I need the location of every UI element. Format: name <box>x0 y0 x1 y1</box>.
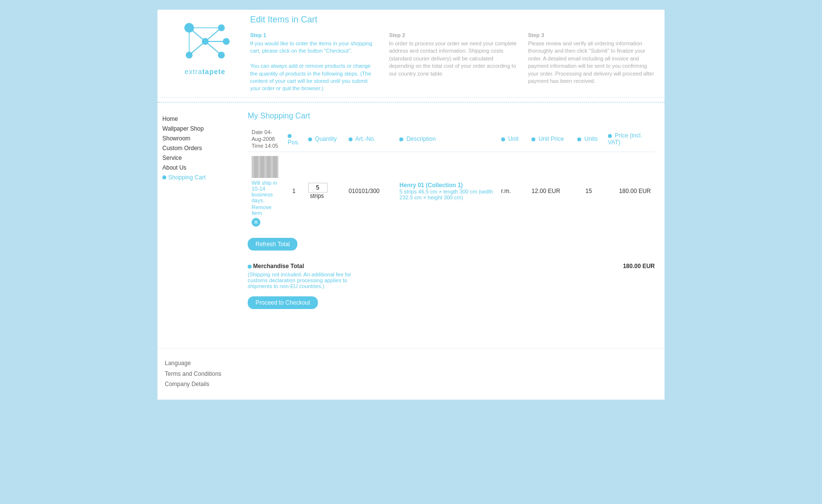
svg-rect-17 <box>273 156 277 178</box>
sidebar-nav: Home Wallpaper Shop Showroom Custom Orde… <box>162 114 233 182</box>
page-title-area: Edit Items in Cart Step 1 If you would l… <box>245 15 657 95</box>
svg-line-8 <box>189 41 205 55</box>
col-header-art-no: Art.-No. <box>345 126 395 152</box>
item-art-no: 010101/300 <box>345 152 395 231</box>
merchandise-total-left: Merchandise Total (Shipping not included… <box>248 263 367 289</box>
bullet-price <box>608 134 612 138</box>
col-header-pos: Pos. <box>284 126 304 152</box>
footer-link-language[interactable]: Language <box>165 358 657 369</box>
step-1: Step 1 If you would like to order the it… <box>250 32 379 93</box>
svg-rect-15 <box>260 156 264 178</box>
sidebar-link-service[interactable]: Service <box>162 155 182 161</box>
merch-bullet <box>248 265 252 269</box>
merchandise-total-price: 180.00 EUR <box>606 263 655 270</box>
sidebar: Home Wallpaper Shop Showroom Custom Orde… <box>157 107 238 348</box>
col-header-description: Description <box>395 126 497 152</box>
refresh-total-button[interactable]: Refresh Total <box>248 238 297 251</box>
bullet-pos <box>288 134 292 138</box>
quantity-unit: strips <box>310 193 324 199</box>
step-1-title: Step 1 <box>250 32 379 38</box>
sidebar-link-wallpaper-shop[interactable]: Wallpaper Shop <box>162 125 204 132</box>
sidebar-link-shopping-cart[interactable]: Shopping Cart <box>168 174 206 181</box>
sidebar-item-wallpaper-shop[interactable]: Wallpaper Shop <box>162 124 233 134</box>
bullet-units <box>577 137 581 141</box>
content-wrapper: Home Wallpaper Shop Showroom Custom Orde… <box>157 107 665 348</box>
bullet-desc <box>399 137 403 141</box>
step-1-text: If you would like to order the items in … <box>250 40 379 93</box>
col-header-quantity: Quantity <box>304 126 345 152</box>
svg-rect-16 <box>267 156 271 178</box>
item-units: 15 <box>573 152 604 231</box>
outer-wrapper: extratapete Edit Items in Cart Step 1 If… <box>0 0 822 409</box>
remove-item-button[interactable]: ✕ <box>252 218 260 227</box>
item-price: 180.00 EUR <box>604 152 655 231</box>
step-3-text: Please review and verify all ordering in… <box>528 40 657 85</box>
bullet-unitprice <box>531 137 535 141</box>
merchandise-total-row: Merchandise Total (Shipping not included… <box>248 263 655 289</box>
product-thumbnail <box>252 156 278 178</box>
main-content: My Shopping Cart Date 04-Aug-2008 Time 1… <box>238 107 665 348</box>
svg-line-9 <box>205 41 221 55</box>
cart-date-time: Date 04-Aug-2008 Time 14:05 <box>252 129 278 149</box>
page-title: Edit Items in Cart <box>250 15 657 25</box>
cart-table: Date 04-Aug-2008 Time 14:05 Pos. <box>248 126 655 231</box>
footer-link-terms[interactable]: Terms and Conditions <box>165 369 657 380</box>
sidebar-item-about-us[interactable]: About Us <box>162 163 233 173</box>
proceed-to-checkout-button[interactable]: Proceed to Checkout <box>248 296 318 309</box>
sidebar-item-showroom[interactable]: Showroom <box>162 134 233 143</box>
sidebar-item-shopping-cart[interactable]: Shopping Cart <box>162 173 233 182</box>
merchandise-total-label: Merchandise Total <box>253 263 304 270</box>
svg-line-6 <box>189 28 205 41</box>
quantity-input[interactable] <box>308 183 328 193</box>
main-container: extratapete Edit Items in Cart Step 1 If… <box>157 10 665 400</box>
footer: Language Terms and Conditions Company De… <box>157 348 665 400</box>
sidebar-link-custom-orders[interactable]: Custom Orders <box>162 145 202 152</box>
item-quantity-cell: strips <box>304 152 345 231</box>
item-desc-main: Henry 01 (Collection 1) <box>399 182 493 189</box>
col-header-units: Units <box>573 126 604 152</box>
item-description: Henry 01 (Collection 1) 5 strips 46.5 cm… <box>395 152 497 231</box>
logo-area: extratapete <box>165 15 245 76</box>
sidebar-link-showroom[interactable]: Showroom <box>162 135 190 142</box>
col-header-price: Price (incl. VAT) <box>604 126 655 152</box>
bullet-art <box>349 137 352 141</box>
svg-line-7 <box>205 28 221 41</box>
bullet-unit <box>501 137 505 141</box>
cart-section-title: My Shopping Cart <box>248 112 655 120</box>
product-image-cell: Will ship in 10-14 business days. Remove… <box>248 152 284 231</box>
bullet-qty <box>308 137 312 141</box>
footer-link-company[interactable]: Company Details <box>165 379 657 390</box>
active-indicator-dot <box>162 175 166 179</box>
product-thumb-svg <box>252 156 278 178</box>
sidebar-link-home[interactable]: Home <box>162 116 178 122</box>
remove-item-label[interactable]: Remove Item <box>252 204 280 216</box>
merchandise-total-label-row: Merchandise Total <box>248 263 367 270</box>
item-desc-sub: 5 strips 46.5 cm × length 300 cm (width … <box>399 189 493 200</box>
sidebar-item-home[interactable]: Home <box>162 114 233 124</box>
ship-info: Will ship in 10-14 business days. <box>252 180 280 203</box>
logo-icon <box>178 17 232 66</box>
step-2-text: In order to process your order we need y… <box>389 40 518 78</box>
logo-text: extratapete <box>185 68 225 76</box>
sidebar-item-custom-orders[interactable]: Custom Orders <box>162 143 233 153</box>
item-unit: r.m. <box>497 152 528 231</box>
sidebar-item-service[interactable]: Service <box>162 153 233 163</box>
col-header-unit-price: Unit Price <box>528 126 573 152</box>
dotted-separator <box>157 102 665 103</box>
table-row: Will ship in 10-14 business days. Remove… <box>248 152 655 231</box>
step-2-title: Step 2 <box>389 32 518 38</box>
item-unit-price: 12.00 EUR <box>528 152 573 231</box>
item-pos: 1 <box>284 152 304 231</box>
sidebar-link-about-us[interactable]: About Us <box>162 164 186 171</box>
step-3: Step 3 Please review and verify all orde… <box>528 32 657 93</box>
svg-rect-14 <box>254 156 258 178</box>
col-header-image: Date 04-Aug-2008 Time 14:05 <box>248 126 284 152</box>
steps-area: Step 1 If you would like to order the it… <box>250 30 657 95</box>
header: extratapete Edit Items in Cart Step 1 If… <box>157 10 665 98</box>
merchandise-total-note: (Shipping not included. An additional fe… <box>248 271 367 289</box>
step-2: Step 2 In order to process your order we… <box>389 32 518 93</box>
col-header-unit: Unit <box>497 126 528 152</box>
step-3-title: Step 3 <box>528 32 657 38</box>
